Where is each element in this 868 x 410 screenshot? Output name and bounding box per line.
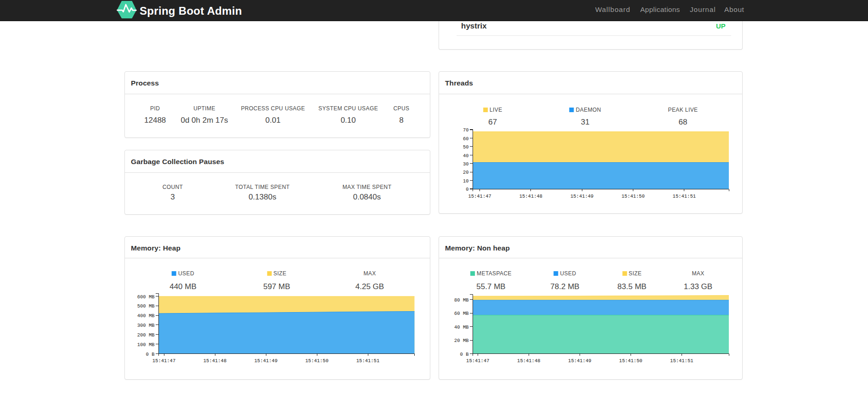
svg-text:15:41:48: 15:41:48: [517, 358, 540, 364]
svg-text:15:41:48: 15:41:48: [203, 358, 226, 364]
svg-text:15:41:49: 15:41:49: [254, 358, 277, 364]
svg-text:0 B: 0 B: [460, 352, 469, 357]
svg-text:15:41:49: 15:41:49: [570, 194, 593, 199]
svg-text:15:41:51: 15:41:51: [356, 358, 379, 364]
svg-text:15:41:49: 15:41:49: [568, 358, 591, 364]
svg-text:10: 10: [463, 178, 469, 184]
svg-text:200 MB: 200 MB: [137, 332, 155, 338]
svg-text:40: 40: [463, 153, 469, 159]
svg-text:80 MB: 80 MB: [454, 297, 469, 303]
svg-text:400 MB: 400 MB: [137, 313, 155, 319]
svg-text:30: 30: [463, 161, 469, 167]
svg-text:20 MB: 20 MB: [454, 338, 469, 343]
svg-text:0 B: 0 B: [146, 352, 155, 357]
svg-text:15:41:50: 15:41:50: [305, 358, 328, 364]
svg-text:15:41:50: 15:41:50: [621, 194, 644, 199]
svg-text:15:41:47: 15:41:47: [468, 194, 491, 199]
svg-text:0: 0: [466, 187, 468, 192]
svg-text:15:41:48: 15:41:48: [519, 194, 542, 199]
svg-text:15:41:51: 15:41:51: [670, 358, 693, 364]
svg-text:60: 60: [463, 136, 469, 142]
svg-text:15:41:50: 15:41:50: [619, 358, 642, 364]
svg-text:60 MB: 60 MB: [454, 311, 469, 316]
svg-text:70: 70: [463, 127, 469, 133]
svg-text:500 MB: 500 MB: [137, 303, 155, 309]
svg-text:15:41:47: 15:41:47: [152, 358, 175, 364]
svg-text:600 MB: 600 MB: [137, 294, 155, 300]
svg-text:15:41:47: 15:41:47: [466, 358, 489, 364]
svg-text:40 MB: 40 MB: [454, 325, 469, 330]
svg-text:100 MB: 100 MB: [137, 342, 155, 347]
svg-text:300 MB: 300 MB: [137, 323, 155, 328]
svg-text:20: 20: [463, 170, 469, 175]
svg-text:50: 50: [463, 144, 469, 150]
svg-text:15:41:51: 15:41:51: [673, 194, 696, 199]
